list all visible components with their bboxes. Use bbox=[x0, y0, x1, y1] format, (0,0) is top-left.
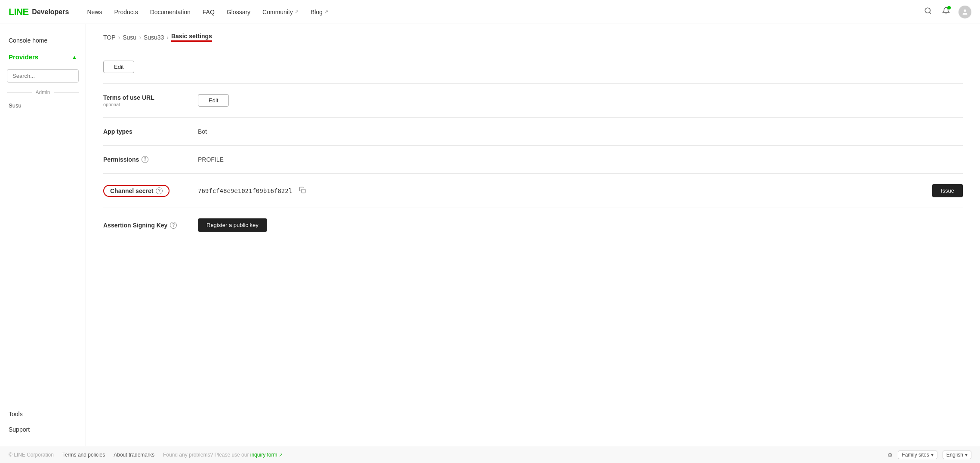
globe-icon: ⊕ bbox=[888, 451, 893, 458]
logo-dev-text: Developers bbox=[32, 8, 69, 16]
edit-button-1[interactable]: Edit bbox=[103, 61, 134, 73]
breadcrumb-susu[interactable]: Susu bbox=[123, 34, 136, 41]
family-sites-dropdown[interactable]: Family sites ▾ bbox=[898, 451, 937, 459]
permissions-value: PROFILE bbox=[198, 156, 224, 163]
logo-line-text: LINE bbox=[9, 6, 28, 18]
breadcrumb: TOP › Susu › Susu33 › Basic settings bbox=[103, 33, 963, 42]
register-public-key-button[interactable]: Register a public key bbox=[198, 218, 267, 232]
breadcrumb-top[interactable]: TOP bbox=[103, 34, 116, 41]
language-label: English bbox=[946, 452, 963, 458]
app-types-label: App types bbox=[103, 128, 198, 135]
nav-products[interactable]: Products bbox=[109, 6, 143, 18]
terms-url-section: Terms of use URL optional Edit bbox=[103, 84, 963, 118]
logo[interactable]: LINE Developers bbox=[9, 6, 69, 18]
channel-secret-label: Channel secret ? bbox=[103, 185, 169, 197]
user-icon bbox=[962, 9, 968, 15]
channel-secret-row: Channel secret ? 769fcf48e9e1021f09b16f8… bbox=[103, 184, 963, 197]
issue-button[interactable]: Issue bbox=[932, 184, 963, 197]
sidebar-providers-header[interactable]: Providers ▲ bbox=[0, 48, 86, 66]
family-sites-label: Family sites bbox=[902, 452, 929, 458]
terms-url-field-label: Terms of use URL bbox=[103, 94, 198, 101]
sidebar-item-susu[interactable]: Susu bbox=[0, 99, 86, 112]
permissions-label: Permissions ? bbox=[103, 156, 198, 163]
sidebar-support[interactable]: Support bbox=[0, 422, 86, 437]
footer-terms-link[interactable]: Terms and policies bbox=[62, 452, 105, 458]
chevron-down-icon: ▾ bbox=[965, 452, 968, 458]
inquiry-form-link[interactable]: inquiry form ↗ bbox=[250, 452, 283, 458]
permissions-help-icon[interactable]: ? bbox=[142, 156, 148, 163]
nav-links: News Products Documentation FAQ Glossary… bbox=[82, 6, 922, 18]
footer-copyright: © LINE Corporation bbox=[9, 452, 54, 458]
terms-url-edit-col: Edit bbox=[198, 94, 229, 107]
search-button[interactable] bbox=[922, 5, 934, 18]
assertion-key-btn-col: Register a public key bbox=[198, 218, 267, 232]
svg-rect-3 bbox=[302, 189, 305, 193]
language-dropdown[interactable]: English ▾ bbox=[943, 451, 971, 459]
assertion-key-label: Assertion Signing Key ? bbox=[103, 222, 198, 229]
edit-button-2[interactable]: Edit bbox=[198, 94, 229, 107]
notification-button[interactable] bbox=[940, 5, 952, 18]
main-content: TOP › Susu › Susu33 › Basic settings Edi… bbox=[86, 24, 980, 463]
breadcrumb-sep-3: › bbox=[166, 34, 169, 41]
assertion-key-label-col: Assertion Signing Key ? bbox=[103, 222, 198, 229]
search-input[interactable] bbox=[7, 69, 79, 83]
nav-blog[interactable]: Blog ↗ bbox=[305, 6, 333, 18]
external-link-icon: ↗ bbox=[295, 9, 299, 15]
nav-community[interactable]: Community ↗ bbox=[257, 6, 304, 18]
assertion-key-section: Assertion Signing Key ? Register a publi… bbox=[103, 208, 963, 242]
channel-secret-section: Channel secret ? 769fcf48e9e1021f09b16f8… bbox=[103, 174, 963, 208]
copy-icon bbox=[299, 187, 306, 193]
sidebar: Console home Providers ▲ Admin Susu Tool… bbox=[0, 24, 86, 446]
nav-right bbox=[922, 5, 971, 18]
admin-divider: Admin bbox=[0, 86, 86, 99]
footer-right: ⊕ Family sites ▾ English ▾ bbox=[888, 451, 971, 459]
footer-problem-text: Found any problems? Please use our inqui… bbox=[163, 452, 283, 458]
svg-point-2 bbox=[964, 9, 966, 12]
channel-secret-value: 769fcf48e9e1021f09b16f822l bbox=[198, 187, 292, 194]
collapse-arrow-icon: ▲ bbox=[72, 54, 77, 60]
notification-dot bbox=[947, 6, 951, 9]
channel-secret-label-col: Channel secret ? bbox=[103, 185, 198, 197]
channel-secret-value-col: 769fcf48e9e1021f09b16f822l Issue bbox=[198, 184, 963, 197]
permissions-row: Permissions ? PROFILE bbox=[103, 156, 963, 163]
app-types-row: App types Bot bbox=[103, 128, 963, 135]
nav-news[interactable]: News bbox=[82, 6, 107, 18]
terms-url-label-col: Terms of use URL optional bbox=[103, 94, 198, 107]
sidebar-tools[interactable]: Tools bbox=[0, 406, 86, 422]
edit-section-1: Edit bbox=[103, 50, 963, 84]
breadcrumb-sep-2: › bbox=[139, 34, 141, 41]
footer-trademarks-link[interactable]: About trademarks bbox=[114, 452, 154, 458]
app-types-value: Bot bbox=[198, 128, 207, 135]
terms-url-row: Terms of use URL optional Edit bbox=[103, 94, 963, 107]
svg-point-0 bbox=[925, 8, 930, 13]
assertion-key-row: Assertion Signing Key ? Register a publi… bbox=[103, 218, 963, 232]
permissions-section: Permissions ? PROFILE bbox=[103, 146, 963, 174]
nav-faq[interactable]: FAQ bbox=[197, 6, 220, 18]
search-icon bbox=[924, 7, 932, 15]
avatar[interactable] bbox=[958, 6, 971, 18]
top-nav: LINE Developers News Products Documentat… bbox=[0, 0, 980, 24]
sidebar-search bbox=[7, 69, 79, 83]
terms-url-optional: optional bbox=[103, 102, 198, 107]
chevron-down-icon: ▾ bbox=[931, 452, 934, 458]
assertion-key-help-icon[interactable]: ? bbox=[170, 222, 177, 229]
footer: © LINE Corporation Terms and policies Ab… bbox=[0, 446, 980, 463]
external-link-icon: ↗ bbox=[324, 9, 328, 15]
breadcrumb-susu33[interactable]: Susu33 bbox=[144, 34, 164, 41]
nav-glossary[interactable]: Glossary bbox=[222, 6, 256, 18]
breadcrumb-basic-settings: Basic settings bbox=[171, 33, 212, 42]
nav-documentation[interactable]: Documentation bbox=[145, 6, 196, 18]
app-types-section: App types Bot bbox=[103, 118, 963, 146]
sidebar-console-home[interactable]: Console home bbox=[0, 33, 86, 48]
channel-secret-help-icon[interactable]: ? bbox=[156, 187, 163, 194]
copy-button[interactable] bbox=[299, 187, 306, 195]
svg-line-1 bbox=[929, 12, 931, 13]
providers-label: Providers bbox=[9, 53, 38, 61]
breadcrumb-sep-1: › bbox=[118, 34, 120, 41]
